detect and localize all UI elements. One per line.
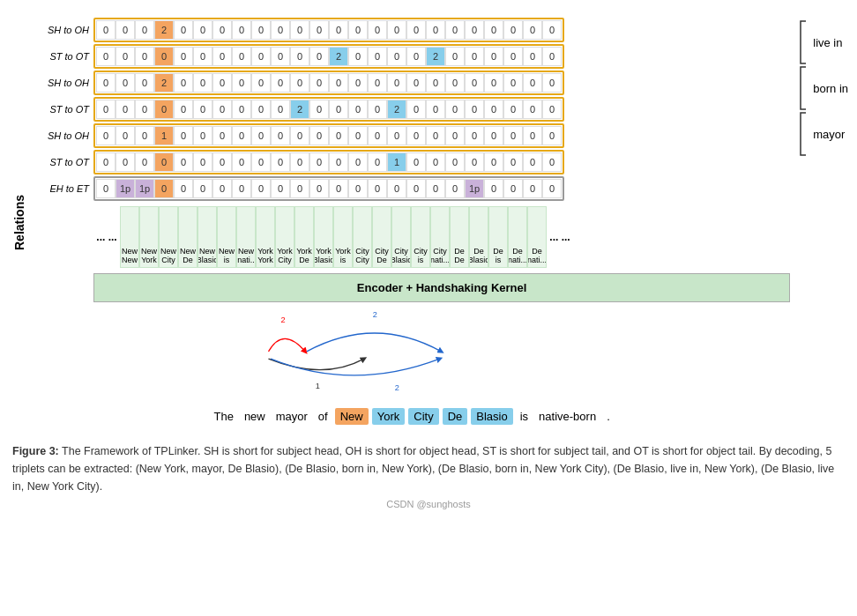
right-label-group-0: live in xyxy=(795,19,848,65)
arrows-svg: 2 2 1 2 xyxy=(112,311,712,399)
cell-3-3: 0 xyxy=(154,100,174,119)
cell-0-1: 0 xyxy=(116,20,135,40)
cell-0-12: 0 xyxy=(329,20,348,40)
eh-cell-2: 1p xyxy=(135,179,154,198)
cell-0-9: 0 xyxy=(271,20,290,40)
token-cell-16: Citynati... xyxy=(430,206,450,268)
cell-2-11: 0 xyxy=(309,73,329,93)
word-York: York xyxy=(372,408,406,425)
caption-label: Figure 3: xyxy=(12,445,59,457)
cell-3-12: 0 xyxy=(329,100,348,119)
token-cell-7: YorkYork xyxy=(256,206,275,268)
cell-3-23: 0 xyxy=(542,100,562,119)
eh-cell-8: 0 xyxy=(251,179,271,198)
cell-0-16: 0 xyxy=(406,20,426,40)
eh-cell-0: 0 xyxy=(96,179,116,198)
cell-2-5: 0 xyxy=(193,73,212,93)
cell-0-7: 0 xyxy=(232,20,251,40)
cell-4-23: 0 xyxy=(542,126,562,145)
token-cell-21: Denati... xyxy=(527,206,547,268)
eh-row: EH to ET01p1p00000000000000001p0000 xyxy=(34,176,790,201)
eh-cell-9: 0 xyxy=(271,179,290,198)
eh-cell-3: 0 xyxy=(154,179,174,198)
cell-4-9: 0 xyxy=(271,126,290,145)
cell-4-19: 0 xyxy=(465,126,484,145)
eh-cell-20: 0 xyxy=(484,179,503,198)
token-area: ... ... NewNewNewYorkNewCityNewDeNewBlas… xyxy=(93,206,790,268)
cell-4-20: 0 xyxy=(484,126,503,145)
cell-5-16: 0 xyxy=(406,152,426,172)
eh-cell-6: 0 xyxy=(212,179,232,198)
eh-cell-19: 1p xyxy=(465,179,484,198)
cell-0-18: 0 xyxy=(445,20,465,40)
cell-2-18: 0 xyxy=(445,73,465,93)
cell-5-4: 0 xyxy=(174,152,193,172)
cell-1-17: 2 xyxy=(426,47,445,66)
cell-0-11: 0 xyxy=(309,20,329,40)
cell-3-10: 2 xyxy=(290,100,309,119)
token-cell-10: YorkBlasio xyxy=(314,206,333,268)
cell-1-6: 0 xyxy=(212,47,232,66)
right-label-group-2: mayor xyxy=(795,111,848,157)
cells-wrapper-3: 000000000020000200000000 xyxy=(93,97,564,122)
eh-cell-18: 0 xyxy=(445,179,465,198)
main-container: Relations SH to OH0002000000000000000000… xyxy=(9,9,848,509)
cell-5-7: 0 xyxy=(232,152,251,172)
svg-text:2: 2 xyxy=(281,315,286,324)
cell-0-14: 0 xyxy=(368,20,387,40)
cell-3-7: 0 xyxy=(232,100,251,119)
matrix-row-1: ST to OT000000000000200002000000 xyxy=(34,44,790,69)
cell-1-15: 0 xyxy=(387,47,406,66)
cell-3-15: 2 xyxy=(387,100,406,119)
cells-wrapper-2: 000200000000000000000000 xyxy=(93,71,564,95)
cell-3-6: 0 xyxy=(212,100,232,119)
cell-4-4: 0 xyxy=(174,126,193,145)
word-period: . xyxy=(603,408,614,425)
token-cell-4: NewBlasio xyxy=(197,206,217,268)
eh-cell-4: 0 xyxy=(174,179,193,198)
cell-4-1: 0 xyxy=(116,126,135,145)
cell-0-22: 0 xyxy=(523,20,542,40)
word-New: New xyxy=(335,408,369,425)
cell-4-12: 0 xyxy=(329,126,348,145)
token-cell-12: CityCity xyxy=(353,206,372,268)
word-new: new xyxy=(241,408,269,425)
token-cell-20: Denati... xyxy=(508,206,527,268)
watermark: CSDN @sunghosts xyxy=(386,499,471,509)
cell-1-19: 0 xyxy=(465,47,484,66)
token-cell-6: Newnati.. xyxy=(236,206,256,268)
cell-1-21: 0 xyxy=(503,47,523,66)
cell-1-2: 0 xyxy=(135,47,154,66)
cell-3-5: 0 xyxy=(193,100,212,119)
cell-5-15: 1 xyxy=(387,152,406,172)
sentence-line: The new mayor of New York City De Blasio… xyxy=(210,408,613,425)
cell-3-13: 0 xyxy=(348,100,368,119)
cell-1-23: 0 xyxy=(542,47,562,66)
eh-cell-1: 1p xyxy=(116,179,135,198)
eh-cell-13: 0 xyxy=(348,179,368,198)
cell-4-2: 0 xyxy=(135,126,154,145)
matrix-rows-container: SH to OH000200000000000000000000ST to OT… xyxy=(34,18,790,176)
eh-cell-14: 0 xyxy=(368,179,387,198)
cell-3-11: 0 xyxy=(309,100,329,119)
cell-5-9: 0 xyxy=(271,152,290,172)
cell-2-1: 0 xyxy=(116,73,135,93)
ellipsis-left: ... ... xyxy=(93,206,120,268)
eh-cell-16: 0 xyxy=(406,179,426,198)
cell-3-19: 0 xyxy=(465,100,484,119)
cells-wrapper-1: 000000000000200002000000 xyxy=(93,44,564,69)
matrix-row-2: SH to OH000200000000000000000000 xyxy=(34,71,790,95)
token-cell-14: CityBlasio xyxy=(391,206,411,268)
right-label-group-1: born in xyxy=(795,65,848,111)
word-mayor: mayor xyxy=(272,408,311,425)
svg-text:2: 2 xyxy=(395,383,399,392)
row-label-1: ST to OT xyxy=(34,51,93,62)
cell-0-6: 0 xyxy=(212,20,232,40)
token-cell-5: Newis xyxy=(217,206,236,268)
cell-4-14: 0 xyxy=(368,126,387,145)
relations-label: Relations xyxy=(9,195,30,250)
cell-2-2: 0 xyxy=(135,73,154,93)
cell-2-20: 0 xyxy=(484,73,503,93)
cell-4-11: 0 xyxy=(309,126,329,145)
cell-1-9: 0 xyxy=(271,47,290,66)
